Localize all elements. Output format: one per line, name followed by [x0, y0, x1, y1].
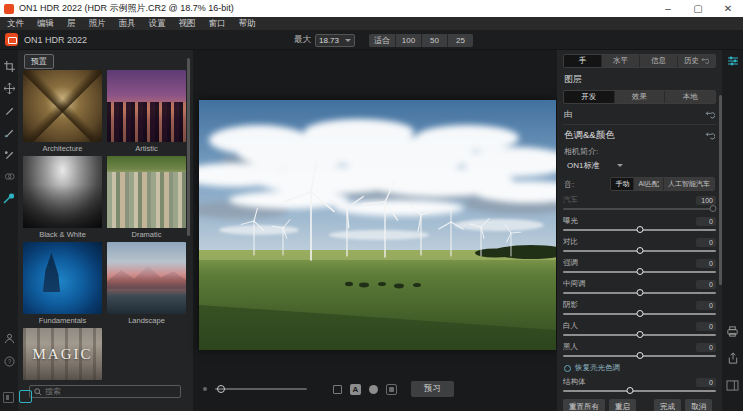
slider-track[interactable]: [563, 226, 716, 234]
canvas-zoom-handle[interactable]: [217, 385, 225, 393]
done-button[interactable]: 完成: [654, 399, 681, 411]
tab-信息[interactable]: 信息: [640, 55, 678, 67]
preset-thumbnail[interactable]: [107, 156, 186, 228]
slider-黑人[interactable]: 黑人0: [563, 342, 716, 360]
menu-item[interactable]: 编辑: [37, 18, 54, 30]
zoom-preset-button[interactable]: 50: [422, 34, 447, 47]
preset-thumbnail[interactable]: [107, 242, 186, 314]
photo-canvas[interactable]: [199, 100, 556, 350]
slider-handle[interactable]: [636, 289, 643, 296]
preset-thumbnail[interactable]: MAGIC: [23, 328, 102, 380]
slider-track[interactable]: [563, 205, 716, 213]
filmstrip-toggle-icon[interactable]: [3, 392, 14, 403]
zoom-preset-button[interactable]: 25: [448, 34, 473, 47]
export-icon[interactable]: [726, 351, 740, 365]
compare-checkbox-icon[interactable]: [333, 385, 342, 394]
slider-value[interactable]: 100: [696, 196, 716, 205]
tab-水平[interactable]: 水平: [602, 55, 640, 67]
presets-tab[interactable]: 预置: [24, 54, 54, 69]
zoom-out-icon[interactable]: [203, 387, 207, 391]
tab-手[interactable]: 手: [564, 55, 602, 67]
crop-tool-icon[interactable]: [2, 59, 16, 73]
slider-handle[interactable]: [636, 331, 643, 338]
slider-track[interactable]: [563, 310, 716, 318]
canvas-zoom-slider[interactable]: [215, 388, 307, 390]
preset-thumbnail[interactable]: [23, 242, 102, 314]
slider-handle[interactable]: [636, 247, 643, 254]
print-icon[interactable]: [726, 324, 740, 338]
close-button[interactable]: ✕: [713, 0, 743, 17]
fit-button[interactable]: 适合: [369, 34, 395, 47]
reset-icon[interactable]: [705, 110, 715, 120]
slider-中间调[interactable]: 中间调0: [563, 279, 716, 297]
slider-value[interactable]: 0: [696, 217, 716, 226]
slider-track[interactable]: [563, 268, 716, 276]
mode-tab-效果[interactable]: 效果: [615, 91, 666, 103]
menu-item[interactable]: 视图: [179, 18, 196, 30]
menu-item[interactable]: 层: [67, 18, 76, 30]
menu-item[interactable]: 窗口: [209, 18, 226, 30]
slider-handle[interactable]: [636, 268, 643, 275]
reset-all-button[interactable]: 重置所有: [563, 399, 605, 411]
slider-value[interactable]: 0: [696, 280, 716, 289]
maximize-button[interactable]: ▢: [683, 0, 713, 17]
slider-强调[interactable]: 强调0: [563, 258, 716, 276]
tone-mode-人工智能汽车[interactable]: 人工智能汽车: [664, 178, 714, 190]
restart-button[interactable]: 重启: [609, 399, 636, 411]
preset-category[interactable]: Architecture: [23, 70, 102, 153]
slider-阴影[interactable]: 阴影0: [563, 300, 716, 318]
menu-item[interactable]: 帮助: [239, 18, 256, 30]
slider-value[interactable]: 0: [696, 322, 716, 331]
slider-value[interactable]: 0: [696, 238, 716, 247]
zoom-value-select[interactable]: 18.73: [315, 34, 355, 47]
slider-track[interactable]: [563, 387, 716, 395]
cancel-button[interactable]: 取消: [685, 399, 712, 411]
slider-value[interactable]: 0: [696, 343, 716, 352]
side-panel-icon[interactable]: [726, 378, 740, 392]
menu-item[interactable]: 照片: [89, 18, 106, 30]
tone-mode-AI匹配[interactable]: AI匹配: [634, 178, 664, 190]
preset-thumbnail[interactable]: [23, 70, 102, 142]
menu-item[interactable]: 面具: [119, 18, 136, 30]
slider-对比[interactable]: 对比0: [563, 237, 716, 255]
help-icon[interactable]: ?: [2, 354, 16, 368]
tone-mode-手动[interactable]: 手动: [611, 178, 634, 190]
slider-白人[interactable]: 白人0: [563, 321, 716, 339]
minimize-button[interactable]: –: [653, 0, 683, 17]
slider-结构体[interactable]: 结构体0: [563, 377, 716, 395]
slider-value[interactable]: 0: [696, 378, 716, 387]
blend-tool-icon[interactable]: [2, 169, 16, 183]
pane-reset-icon[interactable]: [705, 131, 715, 141]
pan-tool-icon[interactable]: [2, 81, 16, 95]
menu-item[interactable]: 文件: [7, 18, 24, 30]
presets-scrollbar[interactable]: [187, 58, 190, 236]
masking-brush-tool-icon[interactable]: [2, 125, 16, 139]
show-original-icon[interactable]: A: [350, 384, 361, 395]
slider-handle[interactable]: [709, 205, 716, 212]
preset-category[interactable]: Dramatic: [107, 156, 186, 239]
zoom-preset-button[interactable]: 100: [396, 34, 421, 47]
preset-category[interactable]: Black & White: [23, 156, 102, 239]
slider-value[interactable]: 0: [696, 259, 716, 268]
refine-brush-tool-icon[interactable]: [2, 147, 16, 161]
preset-category[interactable]: Landscape: [107, 242, 186, 325]
preview-button[interactable]: 预习: [411, 381, 454, 397]
ai-match-tool-icon[interactable]: [2, 191, 16, 205]
slider-handle[interactable]: [636, 226, 643, 233]
preset-category[interactable]: Artistic: [107, 70, 186, 153]
preset-category[interactable]: Fundamentals: [23, 242, 102, 325]
soft-proof-icon[interactable]: [386, 384, 397, 395]
slider-track[interactable]: [563, 331, 716, 339]
mode-tab-本地[interactable]: 本地: [665, 91, 715, 103]
slider-曝光[interactable]: 曝光0: [563, 216, 716, 234]
preset-search-input[interactable]: 搜索: [29, 385, 181, 398]
presets-panel-toggle-icon[interactable]: [19, 390, 32, 403]
adjust-brush-tool-icon[interactable]: [2, 103, 16, 117]
preset-category[interactable]: MAGIC: [23, 328, 102, 380]
slider-track[interactable]: [563, 289, 716, 297]
slider-handle[interactable]: [627, 387, 634, 394]
recover-highlights-toggle[interactable]: 恢复亮光色调: [564, 363, 715, 373]
slider-汽车[interactable]: 汽车100: [563, 195, 716, 213]
preview-circle-icon[interactable]: [369, 385, 378, 394]
slider-track[interactable]: [563, 352, 716, 360]
